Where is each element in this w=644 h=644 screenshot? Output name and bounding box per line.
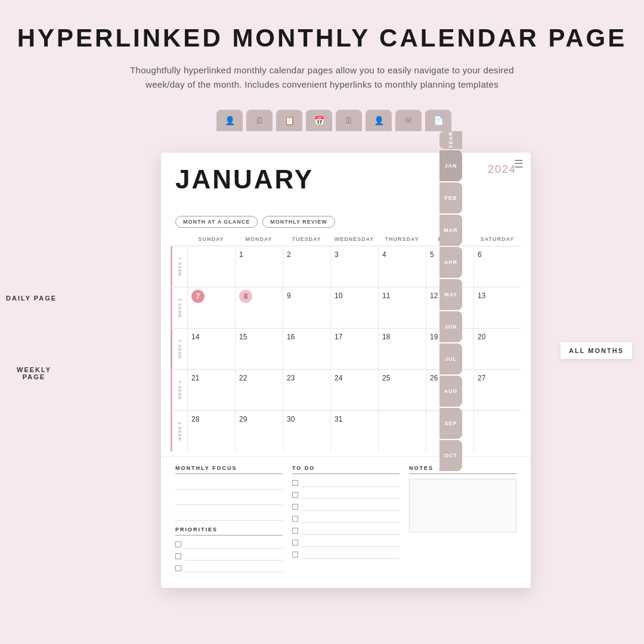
week-row-2: WEEK 2 7 8 9 10 11 12 13 [171, 287, 521, 328]
day-cell: 20 [473, 329, 521, 369]
top-tab[interactable]: 🗓 [246, 110, 273, 131]
todo-line [302, 527, 400, 535]
focus-line-3 [175, 510, 283, 521]
day-header-thu: THURSDAY [378, 234, 426, 244]
notes-section: NOTES [409, 465, 516, 576]
right-tab-sep[interactable]: SEP [439, 408, 462, 439]
day-cell: 29 [235, 411, 283, 451]
calendar-grid: SUNDAY MONDAY TUESDAY WEDNESDAY THURSDAY… [161, 234, 531, 451]
calendar-bottom: MONTHLY FOCUS PRIORITIES [161, 456, 531, 588]
todo-line [302, 479, 400, 487]
week-row-5: WEEK 5 28 29 30 31 [171, 410, 521, 451]
day-cell: 24 [330, 370, 378, 410]
top-tab[interactable]: ✉ [395, 110, 422, 131]
todo-section: TO DO [292, 465, 400, 576]
weekly-page-label: WEEKLYPAGE [17, 366, 51, 380]
subtitle: Thoughtfully hyperlinked monthly calenda… [0, 63, 644, 92]
priority-line [185, 552, 283, 561]
day-cell [378, 411, 426, 451]
right-tab-aug[interactable]: AUG [439, 376, 462, 407]
monthly-review-button[interactable]: MONTHLY REVIEW [262, 216, 335, 228]
priority-item [175, 564, 283, 572]
checkbox[interactable] [292, 516, 298, 522]
day-cell: 31 [330, 411, 378, 451]
checkbox[interactable] [292, 528, 298, 534]
right-tab-year[interactable]: YEAR [439, 131, 462, 149]
day-cell: 16 [283, 329, 330, 369]
calendar-header: 2024 JANUARY MONTH AT A GLANCE MONTHLY R… [161, 153, 531, 234]
todo-line [302, 550, 400, 559]
day-cell: 2 [283, 246, 330, 287]
day-cell: 11 [378, 287, 426, 328]
calendar-page: ☰ 2024 JANUARY MONTH AT A GLANCE MONTHLY… [161, 153, 531, 588]
top-tab[interactable]: 🗓 [336, 110, 362, 131]
checkbox[interactable] [292, 504, 298, 510]
top-tab[interactable]: 👤 [366, 110, 392, 131]
week-row-4: WEEK 4 21 22 23 24 25 26 27 [171, 369, 521, 410]
day-cell: 1 [235, 246, 283, 287]
week-label-2: WEEK 2 [171, 287, 187, 328]
todo-item [292, 503, 400, 511]
right-tab-feb[interactable]: FEB [439, 182, 462, 213]
day-cell-8: 8 [235, 287, 283, 328]
calendar-year: 2024 [488, 163, 516, 176]
checkbox[interactable] [292, 480, 298, 486]
todo-item [292, 527, 400, 535]
right-tab-mar[interactable]: MAR [439, 215, 462, 246]
top-tab[interactable]: 👤 [216, 110, 243, 131]
top-tabs: 👤 🗓 📋 📅 🗓 👤 ✉ 📄 [137, 110, 531, 131]
day-cell: 9 [283, 287, 330, 328]
day-header-wed: WEDNESDAY [330, 234, 378, 244]
priority-item [175, 540, 283, 549]
right-tab-may[interactable]: MAY [439, 279, 462, 310]
right-tab-jun[interactable]: JUN [439, 311, 462, 342]
todo-line [302, 538, 400, 547]
week-label-4: WEEK 4 [171, 370, 187, 410]
todo-item [292, 479, 400, 487]
day-cell: 6 [473, 246, 521, 287]
priorities-title: PRIORITIES [175, 527, 283, 535]
day-header-sat: SATURDAY [473, 234, 521, 244]
checkbox[interactable] [292, 540, 298, 546]
top-tab[interactable]: 📅 [306, 110, 332, 131]
right-tab-oct[interactable]: OCT [439, 440, 462, 471]
month-at-glance-button[interactable]: MONTH AT A GLANCE [175, 216, 258, 228]
checkbox[interactable] [175, 541, 181, 547]
day-cell: 22 [235, 370, 283, 410]
calendar-buttons: MONTH AT A GLANCE MONTHLY REVIEW [175, 216, 335, 228]
checkbox[interactable] [175, 553, 181, 559]
top-tab[interactable]: 📄 [425, 110, 451, 131]
todo-item [292, 491, 400, 499]
right-tab-apr[interactable]: APR [439, 247, 462, 278]
notes-box [409, 479, 516, 532]
day-cell: 17 [330, 329, 378, 369]
day-cell-7: 7 [187, 287, 235, 328]
calendar-month: JANUARY [175, 165, 335, 194]
checkbox[interactable] [292, 552, 298, 558]
focus-line-2 [175, 494, 283, 505]
todo-line [302, 491, 400, 499]
week-label-3: WEEK 3 [171, 329, 187, 369]
notes-title: NOTES [409, 465, 516, 474]
priority-line [185, 540, 283, 549]
priority-item [175, 552, 283, 561]
right-tab-jul[interactable]: JUL [439, 343, 462, 374]
day-cell [473, 411, 521, 451]
day-cell: 21 [187, 370, 235, 410]
todo-item [292, 515, 400, 523]
checkbox[interactable] [175, 565, 181, 571]
right-tab-jan[interactable]: JAN [439, 150, 462, 181]
day-header-tue: TUESDAY [283, 234, 330, 244]
todo-line [302, 515, 400, 523]
day-cell: 28 [187, 411, 235, 451]
top-tab[interactable]: 📋 [276, 110, 302, 131]
week-label-5: WEEK 5 [171, 411, 187, 451]
priority-line [185, 564, 283, 572]
main-content: DAILY PAGE WEEKLYPAGE ALL MONTHS 👤 🗓 📋 📅… [0, 110, 644, 588]
todo-title: TO DO [292, 465, 400, 474]
day-cell: 27 [473, 370, 521, 410]
checkbox[interactable] [292, 492, 298, 498]
day-cell [187, 246, 235, 287]
week-row-3: WEEK 3 14 15 16 17 18 19 20 [171, 328, 521, 369]
day-header-sun: SUNDAY [187, 234, 235, 244]
